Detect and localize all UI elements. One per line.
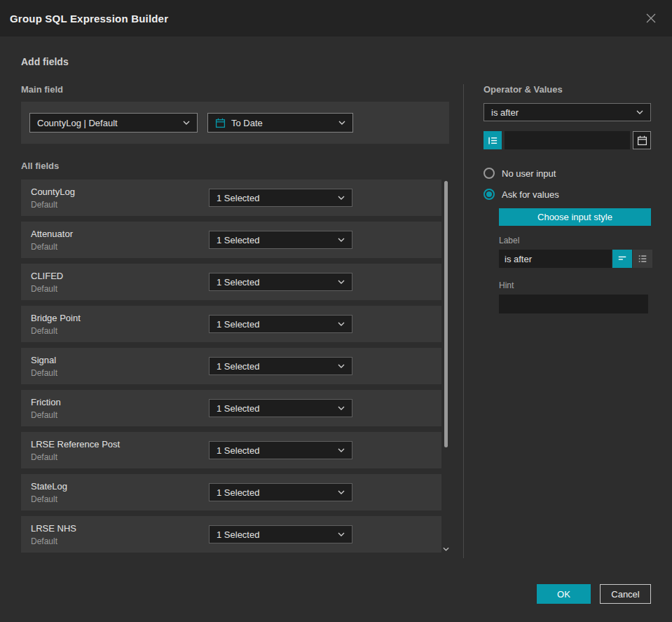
group-sql-expression-builder-dialog: Group SQL Expression Builder Add fields …: [0, 0, 672, 622]
chevron-down-icon: [338, 448, 345, 452]
field-subtitle: Default: [31, 368, 209, 378]
value-input-row: [484, 131, 651, 149]
field-row: LRSE Reference Post Default 1 Selected: [21, 432, 441, 468]
field-text: Bridge Point Default: [31, 313, 209, 336]
hint-field-label: Hint: [499, 280, 651, 290]
chevron-down-icon: [338, 121, 345, 125]
field-selection-dropdown[interactable]: 1 Selected: [209, 441, 352, 459]
field-text: Friction Default: [31, 397, 209, 420]
field-name: Attenuator: [31, 229, 209, 239]
field-name: Signal: [31, 355, 209, 365]
field-subtitle: Default: [31, 410, 209, 420]
main-date-dropdown[interactable]: To Date: [207, 113, 353, 133]
field-subtitle: Default: [31, 494, 209, 504]
dialog-header: Group SQL Expression Builder: [0, 0, 672, 36]
field-selection-dropdown[interactable]: 1 Selected: [209, 357, 352, 375]
radio-circle-selected-icon: [484, 189, 495, 200]
cancel-button[interactable]: Cancel: [600, 584, 651, 604]
field-selection-dropdown[interactable]: 1 Selected: [209, 231, 352, 249]
scrollbar-thumb[interactable]: [444, 181, 448, 447]
field-selection-dropdown[interactable]: 1 Selected: [209, 273, 352, 291]
field-row: CLIFED Default 1 Selected: [21, 264, 441, 300]
field-selection-value: 1 Selected: [217, 235, 259, 245]
field-selection-value: 1 Selected: [217, 487, 259, 498]
label-field-label: Label: [499, 236, 651, 245]
field-selection-dropdown[interactable]: 1 Selected: [209, 483, 352, 501]
calendar-icon: [215, 118, 226, 128]
radio-no-user-input[interactable]: No user input: [484, 168, 651, 179]
ok-button[interactable]: OK: [537, 584, 591, 604]
field-text: StateLog Default: [31, 481, 209, 504]
field-selection-dropdown[interactable]: 1 Selected: [209, 315, 352, 333]
all-fields-list: CountyLog Default 1 Selected Attenuator …: [21, 180, 449, 553]
dialog-footer: OK Cancel: [537, 584, 651, 604]
radio-circle-icon: [484, 168, 495, 179]
field-selection-dropdown[interactable]: 1 Selected: [209, 525, 352, 543]
list-style-button[interactable]: [633, 250, 652, 268]
radio-ask-for-values[interactable]: Ask for values: [484, 189, 651, 200]
field-text: LRSE Reference Post Default: [31, 439, 209, 462]
hint-input[interactable]: [499, 295, 648, 313]
field-selection-dropdown[interactable]: 1 Selected: [209, 399, 352, 417]
date-value-input[interactable]: [505, 131, 630, 149]
set-value-from-data-button[interactable]: [484, 131, 502, 149]
operator-dropdown[interactable]: is after: [484, 103, 651, 121]
field-text: Attenuator Default: [31, 229, 209, 252]
dialog-content: Main field CountyLog | Default: [21, 84, 651, 558]
choose-input-style-button[interactable]: Choose input style: [499, 208, 651, 226]
main-date-dropdown-value: To Date: [231, 118, 263, 128]
chevron-down-icon: [636, 110, 643, 114]
field-selection-value: 1 Selected: [217, 319, 259, 330]
bullet-list-icon: [638, 254, 647, 264]
field-subtitle: Default: [31, 242, 209, 252]
chevron-down-icon: [183, 121, 190, 125]
field-selection-value: 1 Selected: [217, 445, 259, 456]
field-row: Friction Default 1 Selected: [21, 390, 441, 426]
field-name: StateLog: [31, 481, 209, 492]
field-subtitle: Default: [31, 452, 209, 462]
main-field-dropdown-value: CountyLog | Default: [37, 118, 118, 128]
field-row: Bridge Point Default 1 Selected: [21, 306, 441, 342]
field-text: CountyLog Default: [31, 187, 209, 210]
chevron-down-icon: [338, 322, 345, 326]
main-field-label: Main field: [21, 84, 449, 95]
field-name: Friction: [31, 397, 209, 407]
all-fields-list-wrap: CountyLog Default 1 Selected Attenuator …: [21, 180, 449, 553]
ask-for-values-options: Choose input style Label: [499, 208, 651, 313]
operator-values-heading: Operator & Values: [484, 84, 651, 95]
field-row: StateLog Default 1 Selected: [21, 474, 441, 511]
close-icon: [645, 13, 657, 24]
field-subtitle: Default: [31, 536, 209, 546]
field-subtitle: Default: [31, 200, 209, 210]
field-selection-value: 1 Selected: [217, 529, 259, 540]
field-row: CountyLog Default 1 Selected: [21, 180, 441, 216]
chevron-down-icon: [338, 490, 345, 494]
radio-ask-for-values-label: Ask for values: [502, 189, 559, 200]
chevron-down-icon: [338, 532, 345, 536]
field-name: CountyLog: [31, 187, 209, 197]
main-field-dropdown[interactable]: CountyLog | Default: [29, 113, 198, 133]
close-button[interactable]: [643, 10, 659, 27]
field-selection-value: 1 Selected: [217, 277, 259, 288]
list-lines-icon: [488, 135, 498, 146]
field-text: Signal Default: [31, 355, 209, 378]
chevron-down-icon: [338, 406, 345, 410]
single-line-style-button[interactable]: [612, 250, 632, 268]
field-subtitle: Default: [31, 284, 209, 294]
field-name: LRSE Reference Post: [31, 439, 209, 449]
field-selection-value: 1 Selected: [217, 193, 259, 203]
chevron-down-icon: [338, 364, 345, 368]
field-name: Bridge Point: [31, 313, 209, 323]
scrollbar-down-arrow[interactable]: [442, 546, 449, 553]
operator-values-column: Operator & Values is after: [484, 84, 651, 558]
field-text: LRSE NHS Default: [31, 523, 209, 546]
field-selection-dropdown[interactable]: 1 Selected: [209, 189, 352, 207]
label-input[interactable]: [499, 250, 612, 268]
chevron-down-icon: [338, 196, 345, 200]
dialog-title: Group SQL Expression Builder: [10, 13, 168, 25]
field-selection-value: 1 Selected: [217, 403, 259, 414]
calendar-icon: [637, 135, 647, 146]
chevron-down-icon: [338, 280, 345, 284]
field-name: CLIFED: [31, 271, 209, 281]
date-picker-button[interactable]: [633, 131, 651, 149]
